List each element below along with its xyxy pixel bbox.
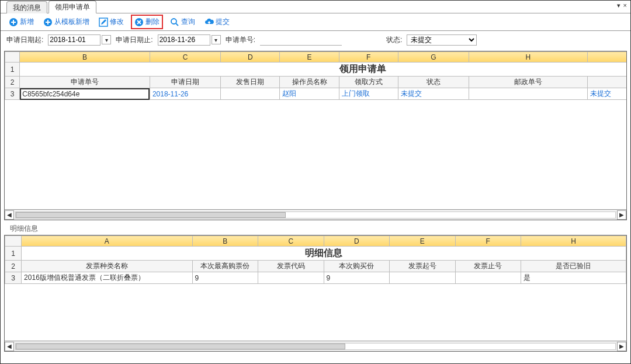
plus-circle-icon — [43, 18, 53, 27]
col-letter[interactable]: G — [398, 52, 469, 63]
row-number[interactable]: 1 — [5, 63, 20, 77]
edit-label: 修改 — [110, 17, 124, 27]
order-no-label: 申请单号: — [226, 35, 255, 45]
submit-button[interactable]: 提交 — [202, 16, 232, 28]
scroll-track[interactable] — [15, 343, 616, 350]
header-operator[interactable]: 操作员名称 — [280, 77, 339, 88]
date-to-label: 申请日期止: — [116, 35, 152, 45]
scroll-left-icon[interactable]: ◀ — [5, 342, 14, 351]
header-sale-date[interactable]: 发售日期 — [221, 77, 280, 88]
header-buy-qty[interactable]: 本次购买份 — [324, 261, 389, 272]
app-window: 我的消息 领用申请单 ▾ × 新增 从模板新增 修改 — [0, 0, 631, 364]
scroll-thumb[interactable] — [16, 344, 345, 349]
row-number[interactable]: 3 — [5, 272, 22, 284]
cell-order-no[interactable]: C8565bfc254d64e — [20, 88, 150, 100]
query-button[interactable]: 查询 — [168, 16, 197, 28]
bottom-grid-hscrollbar: ◀ ▶ — [5, 341, 626, 351]
add-label: 新增 — [20, 17, 34, 27]
grid-title: 领用申请单 — [20, 63, 626, 77]
col-letter[interactable]: E — [390, 236, 455, 247]
col-letter[interactable]: F — [339, 52, 398, 63]
row-number[interactable]: 2 — [5, 77, 20, 88]
header-status[interactable]: 状态 — [398, 77, 469, 88]
add-from-template-button[interactable]: 从模板新增 — [41, 16, 92, 28]
date-to-input[interactable] — [158, 34, 210, 46]
col-letter[interactable]: A — [22, 236, 192, 247]
header-verified[interactable]: 是否已验旧 — [521, 261, 626, 272]
table-row[interactable]: 3 2016版增值税普通发票（二联折叠票） 9 9 是 — [5, 272, 626, 284]
tab-controls: ▾ × — [616, 2, 627, 9]
col-letter[interactable]: H — [469, 52, 587, 63]
header-invoice-kind[interactable]: 发票种类名称 — [22, 261, 192, 272]
cell-operator[interactable]: 赵阳 — [280, 88, 339, 100]
cell-start-no[interactable] — [390, 272, 455, 284]
tab-bar: 我的消息 领用申请单 ▾ × — [1, 1, 630, 13]
tab-close-icon[interactable]: × — [623, 2, 627, 9]
header-apply-date[interactable]: 申请日期 — [150, 77, 220, 88]
cell-invoice-code[interactable] — [258, 272, 324, 284]
header-max-qty[interactable]: 本次最高购票份 — [192, 261, 258, 272]
scroll-right-icon[interactable]: ▶ — [617, 342, 626, 351]
col-letter[interactable]: D — [324, 236, 389, 247]
cell-reason[interactable]: 未提交 — [587, 88, 626, 100]
cell-invoice-kind[interactable]: 2016版增值税普通发票（二联折叠票） — [22, 272, 192, 284]
tab-apply-form[interactable]: 领用申请单 — [48, 1, 96, 13]
tab-dropdown-icon[interactable]: ▾ — [617, 2, 620, 9]
search-icon — [170, 18, 179, 27]
col-letter[interactable]: E — [280, 52, 339, 63]
bottom-grid-scroll[interactable]: A B C D E F H 1 明细信息 2 发票种类名称 — [5, 235, 626, 341]
delete-button[interactable]: 删除 — [131, 15, 163, 29]
toolbar: 新增 从模板新增 修改 删除 查询 — [1, 13, 630, 31]
date-from-input[interactable] — [48, 34, 100, 46]
col-letter[interactable]: C — [258, 236, 324, 247]
tab-my-messages[interactable]: 我的消息 — [6, 1, 47, 13]
row-number[interactable]: 1 — [5, 247, 22, 261]
header-start-no[interactable]: 发票起号 — [390, 261, 455, 272]
cell-sale-date[interactable] — [221, 88, 280, 100]
cell-postal-no[interactable] — [469, 88, 587, 100]
cell-verified[interactable]: 是 — [521, 272, 626, 284]
order-no-input[interactable] — [260, 34, 342, 46]
header-invoice-code[interactable]: 发票代码 — [258, 261, 324, 272]
add-button[interactable]: 新增 — [6, 16, 36, 28]
col-letter[interactable]: B — [20, 52, 150, 63]
plus-circle-icon — [9, 18, 18, 27]
row-number[interactable]: 3 — [5, 88, 20, 100]
col-letter[interactable]: F — [455, 236, 521, 247]
cell-method[interactable]: 上门领取 — [339, 88, 398, 100]
pencil-icon — [99, 18, 108, 27]
edit-button[interactable]: 修改 — [96, 16, 126, 28]
query-label: 查询 — [181, 17, 195, 27]
col-letter[interactable]: I — [587, 52, 626, 63]
detail-section-label: 明细信息 — [4, 220, 627, 235]
corner-cell[interactable] — [5, 52, 20, 63]
status-select[interactable]: 未提交 — [407, 34, 477, 46]
cell-end-no[interactable] — [455, 272, 521, 284]
top-grid-wrap: B C D E F G H I 1 领用申请单 2 — [1, 48, 630, 363]
col-letter[interactable]: B — [192, 236, 258, 247]
header-reason[interactable]: 原因说明 — [587, 77, 626, 88]
calendar-icon[interactable]: ▾ — [212, 35, 221, 44]
scroll-right-icon[interactable]: ▶ — [617, 210, 626, 220]
cell-status[interactable]: 未提交 — [398, 88, 469, 100]
cell-max-qty[interactable]: 9 — [192, 272, 258, 284]
upload-cloud-icon — [204, 18, 214, 27]
cell-buy-qty[interactable]: 9 — [324, 272, 389, 284]
col-letter[interactable]: C — [150, 52, 220, 63]
col-letter[interactable]: H — [521, 236, 626, 247]
row-number[interactable]: 2 — [5, 261, 22, 272]
table-row[interactable]: 3 C8565bfc254d64e 2018-11-26 赵阳 上门领取 未提交… — [5, 88, 627, 100]
header-method[interactable]: 领取方式 — [339, 77, 398, 88]
scroll-track[interactable] — [15, 212, 616, 219]
col-letter[interactable]: D — [221, 52, 280, 63]
corner-cell[interactable] — [5, 236, 22, 247]
header-postal-no[interactable]: 邮政单号 — [469, 77, 587, 88]
scroll-thumb[interactable] — [16, 212, 286, 218]
cell-apply-date[interactable]: 2018-11-26 — [150, 88, 220, 100]
header-end-no[interactable]: 发票止号 — [455, 261, 521, 272]
header-order-no[interactable]: 申请单号 — [20, 77, 150, 88]
scroll-left-icon[interactable]: ◀ — [5, 210, 14, 220]
top-grid-scroll[interactable]: B C D E F G H I 1 领用申请单 2 — [5, 51, 626, 209]
calendar-icon[interactable]: ▾ — [102, 35, 111, 44]
x-circle-icon — [134, 18, 144, 27]
